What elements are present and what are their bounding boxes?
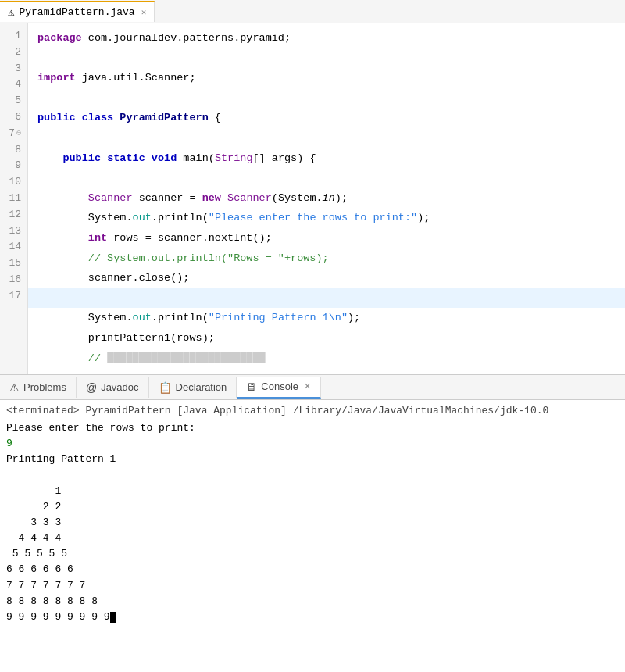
code-line-14 xyxy=(28,288,625,309)
code-line-16: printPattern1(rows); xyxy=(38,328,625,349)
line-num-13: 13 xyxy=(5,223,21,240)
code-line-10: System.out.println("Please enter the row… xyxy=(38,208,625,228)
code-line-9: Scanner scanner = new Scanner(System.in)… xyxy=(38,188,625,209)
line-num-9: 9 xyxy=(5,158,21,174)
line-num-8: 8 xyxy=(5,142,21,159)
line-num-10: 10 xyxy=(5,174,21,191)
cursor xyxy=(110,612,116,623)
code-line-11: int rows = scanner.nextInt(); xyxy=(38,228,625,248)
tab-javadoc[interactable]: @ Javadoc xyxy=(77,377,149,398)
line-num-3: 3 xyxy=(5,61,21,77)
console-output-pattern: Printing Pattern 1 1 2 2 3 3 3 4 4 4 4 5… xyxy=(6,453,116,622)
tab-javadoc-label: Javadoc xyxy=(101,381,138,393)
line-num-11: 11 xyxy=(5,191,21,207)
code-content[interactable]: package com.journaldev.patterns.pyramid;… xyxy=(28,23,625,374)
line-numbers: 1 2 3 4 5 6 7⊖ 8 9 10 11 12 13 14 15 16 … xyxy=(0,23,28,374)
javadoc-icon: @ xyxy=(86,381,97,394)
tab-declaration[interactable]: 📋 Declaration xyxy=(149,377,238,398)
editor-tab-pyramidpattern[interactable]: ⚠ PyramidPattern.java ✕ xyxy=(0,1,155,22)
editor-tab-label: PyramidPattern.java xyxy=(19,6,134,18)
line-num-4: 4 xyxy=(5,77,21,93)
problems-icon: ⚠ xyxy=(9,381,20,394)
code-line-15: System.out.println("Printing Pattern 1\n… xyxy=(38,308,625,328)
editor-tab-bar: ⚠ PyramidPattern.java ✕ xyxy=(0,0,625,23)
line-num-5: 5 xyxy=(5,93,21,109)
line-num-16: 16 xyxy=(5,272,21,288)
code-line-13: scanner.close(); xyxy=(38,268,625,288)
console-terminated-line: <terminated> PyramidPattern [Java Applic… xyxy=(6,403,619,419)
tab-console[interactable]: 🖥 Console ✕ xyxy=(237,377,321,399)
console-tab-close[interactable]: ✕ xyxy=(304,381,311,391)
line-num-14: 14 xyxy=(5,239,21,256)
code-line-1: package com.journaldev.patterns.pyramid; xyxy=(38,28,625,48)
code-line-7: public static void main(String[] args) { xyxy=(38,148,625,169)
code-line-3: import java.util.Scanner; xyxy=(38,68,625,88)
line-num-12: 12 xyxy=(5,207,21,223)
line-num-7: 7⊖ xyxy=(5,126,21,142)
line-num-6: 6 xyxy=(5,109,21,126)
console-line-prompt: Please enter the rows to print: xyxy=(6,422,195,434)
warning-icon: ⚠ xyxy=(8,5,14,19)
bottom-panel: ⚠ Problems @ Javadoc 📋 Declaration 🖥 Con… xyxy=(0,375,625,672)
line-num-1: 1 xyxy=(5,28,21,45)
tab-declaration-label: Declaration xyxy=(176,381,227,393)
line-num-17: 17 xyxy=(5,288,21,305)
code-line-4 xyxy=(38,88,625,109)
console-input-value: 9 xyxy=(6,438,12,449)
code-line-12: // System.out.println("Rows = "+rows); xyxy=(38,248,625,269)
code-line-2 xyxy=(38,48,625,69)
code-line-17: // █████████████████████████ xyxy=(38,349,625,369)
line-num-2: 2 xyxy=(5,45,21,61)
console-icon: 🖥 xyxy=(246,381,257,393)
line-num-15: 15 xyxy=(5,256,21,272)
console-output-area: <terminated> PyramidPattern [Java Applic… xyxy=(0,400,625,672)
panel-tab-bar: ⚠ Problems @ Javadoc 📋 Declaration 🖥 Con… xyxy=(0,375,625,400)
code-editor: 1 2 3 4 5 6 7⊖ 8 9 10 11 12 13 14 15 16 … xyxy=(0,23,625,375)
code-line-5: public class PyramidPattern { xyxy=(38,108,625,128)
tab-problems[interactable]: ⚠ Problems xyxy=(0,377,77,398)
declaration-icon: 📋 xyxy=(159,381,172,394)
tab-problems-label: Problems xyxy=(23,381,66,393)
editor-tab-close[interactable]: ✕ xyxy=(141,7,147,17)
console-output-text: Please enter the rows to print: 9 Printi… xyxy=(6,420,619,625)
code-line-8 xyxy=(38,168,625,188)
tab-console-label: Console xyxy=(261,381,298,392)
code-line-6 xyxy=(38,128,625,148)
